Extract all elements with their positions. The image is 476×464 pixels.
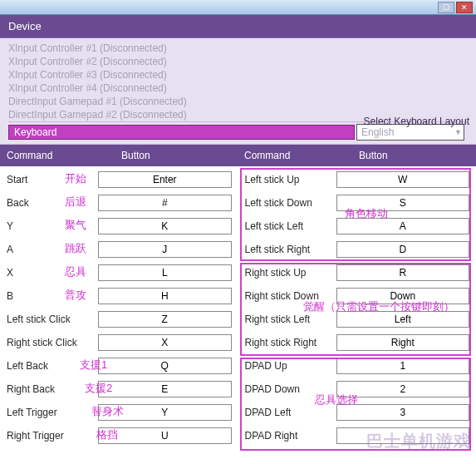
binding-row: DPAD Down: [242, 378, 474, 401]
device-panel-header: Device: [0, 15, 476, 38]
binding-command-label: Right stick Click: [3, 337, 95, 348]
device-row[interactable]: XInput Controller #4 (Disconnected): [8, 81, 468, 95]
binding-row: Left Back: [3, 354, 235, 378]
binding-command-label: Left stick Left: [242, 220, 333, 232]
binding-command-label: Right stick Up: [242, 267, 333, 279]
device-row[interactable]: DirectInput Gamepad #1 (Disconnected): [8, 95, 468, 108]
binding-row: Left stick Click: [3, 308, 235, 331]
binding-command-label: Back: [3, 197, 95, 209]
binding-input[interactable]: [98, 288, 232, 304]
header-command: Command: [0, 145, 115, 166]
binding-command-label: Y: [3, 220, 95, 232]
binding-input[interactable]: [98, 264, 232, 281]
binding-input[interactable]: [336, 195, 470, 211]
binding-command-label: Left stick Down: [242, 197, 333, 209]
binding-input[interactable]: [98, 218, 232, 234]
binding-input[interactable]: [336, 171, 470, 188]
binding-command-label: Left stick Click: [3, 313, 95, 325]
binding-command-label: Left Trigger: [3, 407, 95, 418]
binding-row: Right Trigger: [3, 424, 235, 447]
binding-command-label: Start: [3, 174, 95, 185]
binding-row: B: [3, 284, 235, 308]
binding-command-label: B: [3, 290, 95, 302]
binding-command-label: Right stick Left: [242, 313, 333, 325]
window-titlebar: ☐ ✕: [0, 0, 476, 15]
binding-input[interactable]: [336, 241, 470, 258]
binding-row: Left Trigger: [3, 401, 235, 424]
binding-row: Right Back: [3, 378, 235, 401]
binding-command-label: Left Back: [3, 360, 95, 372]
binding-row: Y: [3, 215, 235, 238]
binding-row: Left stick Left: [242, 215, 474, 238]
device-keyboard-selected[interactable]: Keyboard: [8, 125, 355, 140]
binding-input[interactable]: [98, 195, 232, 211]
binding-input[interactable]: [98, 241, 232, 258]
binding-command-label: Right Back: [3, 383, 95, 395]
binding-row: Right stick Click: [3, 331, 235, 354]
binding-input[interactable]: [98, 427, 232, 444]
binding-command-label: DPAD Down: [242, 383, 333, 395]
binding-command-label: Right Trigger: [3, 430, 95, 442]
binding-input[interactable]: [336, 264, 470, 281]
binding-row: DPAD Right: [242, 424, 474, 447]
binding-input[interactable]: [336, 404, 470, 421]
binding-row: Right stick Up: [242, 261, 474, 284]
binding-command-label: Right stick Down: [242, 290, 333, 302]
binding-row: A: [3, 238, 235, 261]
header-button: Button: [115, 145, 238, 166]
binding-input[interactable]: [98, 171, 232, 188]
binding-input[interactable]: [98, 381, 232, 397]
device-row[interactable]: XInput Controller #3 (Disconnected): [8, 68, 468, 81]
binding-row: DPAD Up: [242, 354, 474, 378]
binding-columns-header: Command Button Command Button: [0, 145, 476, 166]
binding-input[interactable]: [336, 381, 470, 397]
binding-input[interactable]: [336, 218, 470, 234]
binding-input[interactable]: [98, 358, 232, 374]
binding-column-right: Left stick UpLeft stick DownLeft stick L…: [238, 166, 477, 447]
binding-row: Right stick Left: [242, 308, 474, 331]
keyboard-layout-value: English: [361, 126, 394, 138]
binding-command-label: Right stick Right: [242, 337, 333, 348]
binding-row: X: [3, 261, 235, 284]
header-command: Command: [238, 145, 352, 166]
binding-input[interactable]: [98, 334, 232, 351]
binding-row: Start: [3, 168, 235, 191]
binding-command-label: DPAD Left: [242, 407, 333, 418]
binding-input[interactable]: [336, 427, 470, 444]
binding-command-label: DPAD Up: [242, 360, 333, 372]
binding-row: Left stick Up: [242, 168, 474, 191]
binding-row: Left stick Right: [242, 238, 474, 261]
chevron-down-icon: ▼: [454, 128, 462, 136]
binding-column-left: StartBackYAXBLeft stick ClickRight stick…: [0, 166, 238, 447]
binding-row: Right stick Right: [242, 331, 474, 354]
binding-input[interactable]: [98, 404, 232, 421]
binding-row: Left stick Down: [242, 191, 474, 215]
binding-command-label: Left stick Up: [242, 174, 333, 185]
binding-command-label: Left stick Right: [242, 244, 333, 255]
binding-row: Right stick Down: [242, 284, 474, 308]
device-row[interactable]: XInput Controller #1 (Disconnected): [8, 42, 468, 55]
binding-command-label: X: [3, 267, 95, 279]
device-row[interactable]: XInput Controller #2 (Disconnected): [8, 55, 468, 68]
keyboard-layout-label: Select Keyboard Layout: [364, 116, 469, 127]
device-list: XInput Controller #1 (Disconnected) XInp…: [0, 38, 476, 145]
binding-input[interactable]: [336, 288, 470, 304]
binding-row: DPAD Left: [242, 401, 474, 424]
binding-command-label: DPAD Right: [242, 430, 333, 442]
header-button: Button: [352, 145, 475, 166]
close-button[interactable]: ✕: [456, 2, 473, 13]
binding-input[interactable]: [98, 311, 232, 328]
binding-row: Back: [3, 191, 235, 215]
binding-input[interactable]: [336, 334, 470, 351]
binding-input[interactable]: [336, 311, 470, 328]
binding-input[interactable]: [336, 358, 470, 374]
maximize-button[interactable]: ☐: [438, 2, 454, 13]
binding-command-label: A: [3, 244, 95, 255]
